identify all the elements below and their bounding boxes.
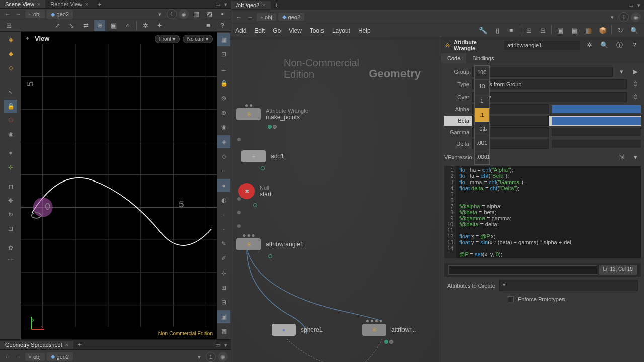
star-icon[interactable]: ✶ — [4, 147, 17, 160]
cube-add-icon[interactable]: ◇ — [4, 61, 17, 74]
menu-go[interactable]: Go — [273, 27, 281, 34]
node-add1[interactable]: + add1 — [242, 150, 284, 162]
path-segment-obj[interactable]: ▫ obj — [257, 13, 276, 21]
forward-button[interactable]: → — [14, 10, 23, 19]
help-icon[interactable]: ? — [217, 20, 228, 31]
group-input[interactable] — [472, 67, 613, 77]
link-button[interactable]: ◉ — [631, 12, 641, 22]
path-segment-geo[interactable]: ◆ geo2 — [47, 352, 73, 361]
rotate-icon[interactable]: ↻ — [4, 208, 17, 221]
add-tab-button[interactable]: + — [271, 1, 283, 9]
pin-badge[interactable]: 1 — [619, 12, 629, 22]
node-graph[interactable]: Non-Commercial Edition Geometry ※ Attrib… — [231, 37, 441, 362]
display-f-icon[interactable]: ○ — [217, 164, 230, 177]
target-icon[interactable]: ▣ — [108, 20, 119, 31]
display-lock-icon[interactable]: 🔒 — [217, 77, 230, 90]
display-checker-icon[interactable]: ▩ — [217, 325, 230, 338]
ladder-10[interactable]: 10 — [475, 80, 489, 94]
back-button[interactable]: ← — [3, 352, 12, 361]
back-button[interactable]: ← — [3, 10, 12, 19]
globe-icon[interactable]: ◉ — [4, 128, 17, 141]
tab-code[interactable]: Code — [441, 53, 466, 63]
lock-icon[interactable]: 🔒 — [4, 100, 17, 113]
display-shade-icon[interactable]: ▣ — [217, 310, 230, 323]
grid1-icon[interactable]: ⊞ — [523, 25, 534, 36]
node-attribwrangle1[interactable]: ※ attribwrangle1 — [236, 238, 303, 250]
attr-create-input[interactable] — [499, 280, 638, 291]
snap-icon[interactable]: ↘ — [66, 20, 77, 31]
chevron-updown-icon[interactable]: ⇕ — [630, 79, 641, 90]
add-tab-button[interactable]: + — [73, 341, 86, 348]
display-point-icon[interactable]: ⊡ — [217, 48, 230, 61]
close-icon[interactable]: × — [262, 2, 265, 8]
close-icon[interactable]: × — [65, 342, 68, 348]
display-h-icon[interactable]: ◐ — [217, 194, 230, 207]
cube-tool-icon[interactable]: ◈ — [4, 33, 17, 46]
display-wire-icon[interactable]: ▦ — [217, 33, 230, 46]
camlock-dropdown[interactable]: No cam ▾ — [183, 35, 213, 43]
axes-icon[interactable]: ⊹ — [4, 161, 17, 174]
cube-icon[interactable]: ▦ — [191, 9, 202, 20]
flag2-icon[interactable]: ▤ — [569, 25, 580, 36]
minimize-icon[interactable]: ▭ — [214, 1, 221, 8]
ladder-point0001[interactable]: .0001 — [475, 150, 489, 164]
page-icon[interactable]: ▯ — [492, 25, 503, 36]
refresh-icon[interactable]: ↻ — [615, 25, 626, 36]
status-input[interactable] — [448, 265, 597, 275]
tab-geo-spreadsheet[interactable]: Geometry Spreadsheet × — [0, 341, 73, 349]
menu-view[interactable]: View — [289, 27, 302, 34]
pin-badge[interactable]: 1 — [206, 352, 216, 362]
search-icon[interactable]: 🔍 — [629, 25, 640, 36]
construction-icon[interactable]: ※ — [94, 20, 105, 31]
display-m-icon[interactable]: ⊹ — [217, 266, 230, 280]
info-icon[interactable]: ⓘ — [614, 40, 625, 51]
person-icon[interactable]: ⚇ — [4, 114, 17, 127]
chevron-down-icon[interactable]: ▾ — [155, 10, 165, 19]
display-d-icon[interactable]: ◈ — [217, 135, 230, 148]
select-icon[interactable]: ▶ — [630, 66, 641, 77]
operator-name-input[interactable] — [504, 41, 580, 50]
display-k-icon[interactable]: ✎ — [217, 237, 230, 250]
link-button[interactable]: ◉ — [179, 9, 189, 19]
ladder-100[interactable]: 100 — [475, 66, 489, 80]
chevron-down-icon[interactable]: ▾ — [608, 13, 617, 22]
gear-tool-icon[interactable]: ✿ — [4, 241, 17, 254]
chevron-down-icon[interactable]: ▾ — [635, 2, 642, 9]
minimize-icon[interactable]: ▭ — [214, 341, 221, 348]
close-icon[interactable]: × — [85, 1, 88, 7]
value-ladder[interactable]: 100 10 1 .1 .01 .001 .0001 — [474, 65, 490, 165]
square-icon[interactable]: ▪ — [217, 9, 228, 20]
forward-button[interactable]: → — [14, 352, 23, 361]
display-e-icon[interactable]: ◇ — [217, 150, 230, 163]
runover-dropdown[interactable]: Points — [472, 92, 627, 102]
circle-icon[interactable]: ○ — [122, 20, 133, 31]
close-icon[interactable]: × — [37, 1, 40, 7]
display-normal-icon[interactable]: ⊥ — [217, 62, 230, 75]
ladder-point1[interactable]: .1 — [475, 108, 489, 122]
pointer-icon[interactable]: ↖ — [4, 85, 17, 99]
tab-render-view[interactable]: Render View × — [45, 0, 93, 8]
help-icon[interactable]: ? — [629, 40, 640, 51]
menu-help[interactable]: Help — [358, 27, 371, 34]
forward-button[interactable]: → — [246, 13, 255, 22]
box-icon[interactable]: 📦 — [597, 25, 608, 36]
chevron-updown-icon[interactable]: ⇕ — [630, 92, 641, 103]
vex-editor[interactable]: 1234567891011121314 flo ha = chf("Alpha"… — [444, 166, 641, 263]
flag1-icon[interactable]: ▣ — [555, 25, 566, 36]
camera-icon[interactable]: ✦ — [25, 35, 30, 42]
tab-scene-view[interactable]: Scene View × — [0, 0, 45, 8]
chevron-down-icon[interactable]: ▾ — [222, 1, 229, 8]
camera-dropdown[interactable]: Front ▾ — [155, 35, 180, 43]
grouptype-dropdown[interactable]: Guess from Group — [472, 79, 627, 89]
node-attribwr2[interactable]: ※ attribwr... — [362, 324, 416, 336]
display-l-icon[interactable]: ✐ — [217, 252, 230, 265]
path-segment-obj[interactable]: ▫ obj — [25, 10, 45, 18]
viewport-3d[interactable]: ✦ View Front ▾ No cam ▾ — [21, 32, 217, 339]
list-icon[interactable]: ≡ — [506, 25, 517, 36]
chevron-down-icon[interactable]: ▾ — [630, 152, 641, 163]
gear-icon[interactable]: ✲ — [140, 20, 151, 31]
node-sphere1[interactable]: ● sphere1 — [272, 324, 323, 336]
menu-add[interactable]: Add — [235, 27, 246, 34]
cube-shaded-icon[interactable]: ▨ — [204, 9, 215, 20]
search-icon[interactable]: 🔍 — [599, 40, 610, 51]
